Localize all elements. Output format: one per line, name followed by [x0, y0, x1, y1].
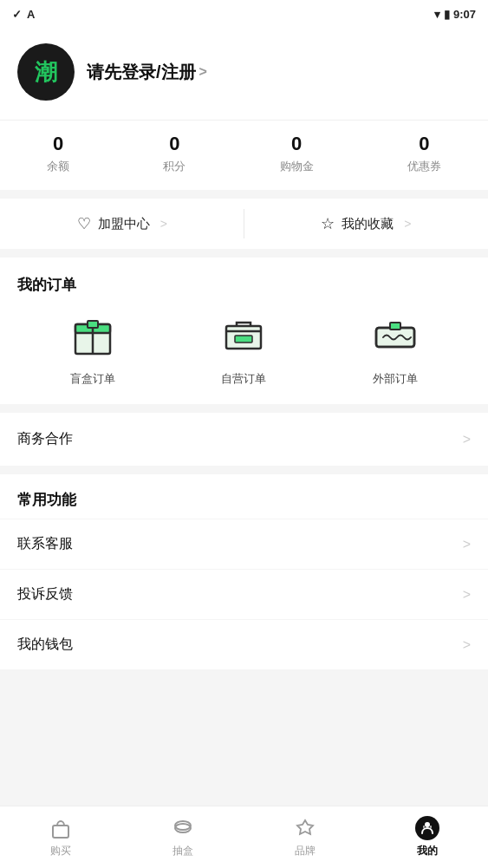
- shop-nav-label: 购买: [50, 844, 71, 858]
- stat-balance[interactable]: 0 余额: [47, 133, 69, 174]
- points-number: 0: [169, 133, 179, 155]
- svg-rect-6: [376, 328, 414, 347]
- mine-icon: [415, 816, 439, 840]
- feedback-label: 投诉反馈: [17, 585, 73, 604]
- common-functions-title: 常用功能: [0, 474, 488, 519]
- brand-icon: [293, 816, 317, 840]
- stat-points[interactable]: 0 积分: [163, 133, 185, 174]
- favorites-arrow-icon: >: [404, 217, 411, 231]
- wallet-item[interactable]: 我的钱包 >: [0, 619, 488, 669]
- svg-rect-3: [88, 321, 98, 328]
- customer-service-label: 联系客服: [17, 535, 73, 553]
- draw-box-icon: [171, 816, 195, 840]
- wifi-icon: ▾: [434, 8, 440, 21]
- shopping-gold-label: 购物金: [280, 159, 314, 174]
- svg-rect-5: [235, 336, 252, 343]
- business-cooperation-item[interactable]: 商务合作 >: [0, 413, 488, 466]
- avatar-text: 潮: [35, 57, 57, 88]
- svg-rect-8: [390, 323, 400, 330]
- heart-icon: ♡: [77, 214, 91, 233]
- stat-coupons[interactable]: 0 优惠券: [407, 133, 441, 174]
- alliance-center-label: 加盟中心: [98, 216, 150, 232]
- external-order-icon: [369, 310, 421, 362]
- wallet-arrow-icon: >: [463, 637, 471, 653]
- mine-nav-label: 我的: [417, 844, 438, 858]
- stat-shopping-gold[interactable]: 0 购物金: [280, 133, 314, 174]
- feedback-arrow-icon: >: [463, 587, 471, 603]
- feedback-item[interactable]: 投诉反馈 >: [0, 569, 488, 619]
- business-cooperation-arrow-icon: >: [463, 432, 471, 447]
- stats-row: 0 余额 0 积分 0 购物金 0 优惠券: [0, 120, 488, 190]
- self-operated-order-icon: [218, 310, 270, 362]
- wallet-label: 我的钱包: [17, 636, 73, 654]
- login-link[interactable]: 请先登录/注册 >: [87, 61, 207, 84]
- business-cooperation-section: 商务合作 >: [0, 413, 488, 466]
- alliance-arrow-icon: >: [160, 217, 167, 231]
- login-arrow: >: [199, 64, 207, 80]
- blind-box-order-item[interactable]: 盲盒订单: [67, 310, 119, 387]
- nav-item-brand[interactable]: 品牌: [244, 816, 367, 858]
- customer-service-arrow-icon: >: [463, 537, 471, 552]
- nav-item-mine[interactable]: 我的: [366, 816, 488, 858]
- star-icon: ☆: [321, 214, 335, 233]
- svg-rect-13: [423, 826, 425, 828]
- battery-icon: ▮: [444, 8, 450, 21]
- bottom-nav: 购买 抽盒 品牌: [0, 806, 488, 868]
- blind-box-order-label: 盲盒订单: [70, 371, 115, 387]
- blind-box-order-icon: [67, 310, 119, 362]
- coupons-label: 优惠券: [407, 159, 441, 174]
- avatar[interactable]: 潮: [17, 43, 75, 101]
- coupons-number: 0: [419, 133, 429, 155]
- quick-links: ♡ 加盟中心 > ☆ 我的收藏 >: [0, 199, 488, 249]
- business-cooperation-label: 商务合作: [17, 430, 73, 448]
- svg-rect-14: [430, 826, 432, 828]
- check-icon: ✓: [12, 8, 22, 21]
- balance-label: 余额: [47, 159, 69, 174]
- time-display: 9:07: [453, 8, 476, 21]
- external-order-item[interactable]: 外部订单: [369, 310, 421, 387]
- shopping-gold-number: 0: [291, 133, 302, 155]
- brand-nav-label: 品牌: [295, 844, 316, 858]
- favorites-link[interactable]: ☆ 我的收藏 >: [244, 199, 489, 249]
- my-orders-title: 我的订单: [17, 275, 471, 295]
- self-operated-order-label: 自营订单: [221, 371, 266, 387]
- customer-service-item[interactable]: 联系客服 >: [0, 519, 488, 569]
- external-order-label: 外部订单: [373, 371, 418, 387]
- alliance-center-link[interactable]: ♡ 加盟中心 >: [0, 199, 244, 249]
- common-functions-section: 常用功能 联系客服 > 投诉反馈 > 我的钱包 >: [0, 474, 488, 669]
- self-operated-order-item[interactable]: 自营订单: [218, 310, 270, 387]
- favorites-label: 我的收藏: [342, 216, 394, 232]
- login-text-label: 请先登录/注册: [87, 61, 196, 84]
- shop-icon: [49, 816, 73, 840]
- a-icon: A: [27, 8, 35, 21]
- my-orders-section: 我的订单 盲盒订单: [0, 258, 488, 404]
- nav-item-draw-box[interactable]: 抽盒: [122, 816, 244, 858]
- profile-section: 潮 请先登录/注册 >: [0, 28, 488, 120]
- svg-point-12: [425, 822, 430, 827]
- draw-box-nav-label: 抽盒: [172, 844, 193, 858]
- nav-item-shop[interactable]: 购买: [0, 816, 122, 858]
- order-icons-row: 盲盒订单 自营订单: [17, 310, 471, 387]
- status-bar: ✓ A ▾ ▮ 9:07: [0, 0, 488, 28]
- status-right: ▾ ▮ 9:07: [434, 8, 476, 21]
- status-left: ✓ A: [12, 8, 35, 21]
- svg-rect-9: [53, 826, 68, 838]
- points-label: 积分: [163, 159, 185, 174]
- balance-number: 0: [53, 133, 63, 155]
